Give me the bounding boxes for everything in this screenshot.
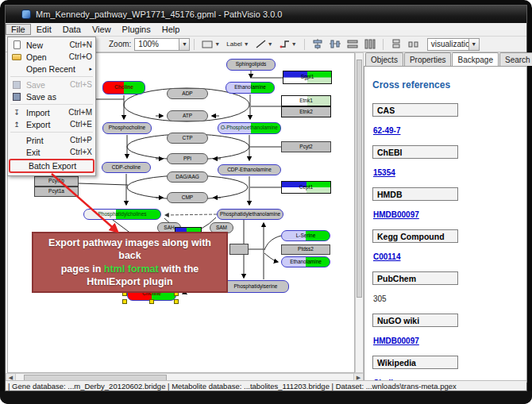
node-cdp-ethanolamine[interactable]: CDP-Ethanolamine bbox=[218, 164, 281, 175]
chevron-down-icon: ▼ bbox=[214, 41, 220, 47]
xref-title-kegg: Kegg Compound bbox=[372, 229, 458, 243]
connector-tool-button[interactable]: ▼ bbox=[276, 38, 300, 50]
submenu-arrow-icon: ▸ bbox=[89, 66, 92, 72]
xref-link-hmdb[interactable]: HMDB00097 bbox=[373, 210, 419, 219]
new-file-icon bbox=[10, 40, 23, 50]
chevron-down-icon[interactable]: ▼ bbox=[179, 39, 189, 50]
node-ethanolamine-bottom[interactable]: Ethanolamine bbox=[281, 256, 330, 267]
line-tool-button[interactable]: ▼ bbox=[253, 38, 276, 50]
node-dag-aag[interactable]: DAG/AAG bbox=[167, 171, 208, 183]
tab-backpage[interactable]: Backpage bbox=[452, 52, 498, 66]
node-unlabeled-gene-box[interactable] bbox=[229, 244, 249, 255]
node-atp[interactable]: ATP bbox=[167, 110, 208, 121]
xref-title-cas: CAS bbox=[372, 103, 458, 117]
align-vertical-center-icon bbox=[312, 39, 323, 49]
node-l-serine[interactable]: L-Serine bbox=[281, 230, 330, 241]
stack-icon bbox=[391, 39, 402, 49]
xref-title-pubchem: PubChem bbox=[372, 271, 458, 285]
chevron-down-icon: ▼ bbox=[291, 41, 297, 47]
selection-handle[interactable] bbox=[174, 299, 179, 304]
node-cept1[interactable]: Cept1 bbox=[281, 181, 331, 194]
menu-file[interactable]: File bbox=[6, 24, 31, 35]
tab-objects[interactable]: Objects bbox=[365, 52, 403, 66]
menu-item-open[interactable]: OpenCtrl+O bbox=[8, 51, 95, 63]
menu-item-batch-export[interactable]: Batch Export bbox=[9, 159, 94, 173]
label-tool-button[interactable]: Label ▼ bbox=[223, 39, 253, 49]
xref-link-cas[interactable]: 62-49-7 bbox=[373, 126, 400, 135]
chevron-down-icon[interactable]: ▼ bbox=[468, 39, 479, 50]
node-ctp[interactable]: CTP bbox=[167, 133, 208, 144]
canvas-vertical-scrollbar[interactable] bbox=[355, 52, 364, 373]
annotation-highlight: html format bbox=[104, 264, 159, 275]
node-ethanolamine-top[interactable]: Ethanolamine bbox=[226, 82, 275, 94]
align-vertical-center-button[interactable] bbox=[309, 37, 326, 51]
node-phosphatidylserine[interactable]: Phosphatidylserine bbox=[222, 280, 289, 293]
common-height-icon bbox=[347, 39, 358, 49]
xref-title-wikipedia: Wikipedia bbox=[372, 356, 458, 369]
node-adp[interactable]: ADP bbox=[167, 88, 208, 99]
zoom-combobox[interactable]: 100% ▼ bbox=[134, 38, 190, 51]
menu-edit[interactable]: Edit bbox=[31, 24, 57, 35]
side-panel-tabs: Objects Properties Backpage Search Legen… bbox=[364, 52, 527, 66]
menu-item-import[interactable]: ↧ImportCtrl+M bbox=[8, 106, 95, 118]
node-ptdss2[interactable]: Ptdss2 bbox=[281, 244, 330, 255]
visualization-combobox[interactable]: visualization ▼ bbox=[427, 38, 480, 51]
visualization-value: visualization bbox=[428, 40, 468, 48]
menu-item-exit[interactable]: ExitCtrl+X bbox=[8, 146, 95, 158]
node-sgpl1[interactable]: Sgpl1 bbox=[283, 71, 332, 84]
xref-link-kegg[interactable]: C00114 bbox=[373, 252, 400, 261]
tab-search[interactable]: Search bbox=[499, 52, 532, 66]
node-etnk1[interactable]: Etnk1 bbox=[281, 95, 331, 106]
menu-plugins[interactable]: Plugins bbox=[117, 24, 156, 35]
node-etnk2[interactable]: Etnk2 bbox=[281, 106, 331, 117]
menu-item-export[interactable]: ↥ExportCtrl+E bbox=[8, 118, 95, 130]
node-ppi[interactable]: PPi bbox=[167, 153, 208, 164]
scrollbar-thumb[interactable] bbox=[357, 60, 362, 298]
node-pcyt1a[interactable]: Pcyt1a bbox=[34, 187, 79, 197]
title-bar[interactable]: Mm_Kennedy_pathway_WP1771_45176.gpml - P… bbox=[6, 6, 526, 23]
menu-item-save-as[interactable]: Save as bbox=[8, 90, 95, 102]
app-icon bbox=[21, 10, 31, 19]
selection-handle[interactable] bbox=[149, 299, 154, 304]
menu-help[interactable]: Help bbox=[156, 24, 186, 35]
node-cdp-choline[interactable]: CDP-choline bbox=[102, 162, 151, 173]
cross-references-heading: Cross references bbox=[372, 79, 519, 90]
xref-title-hmdb: HMDB bbox=[372, 187, 458, 201]
zoom-value: 100% bbox=[135, 40, 179, 48]
xref-link-nugo[interactable]: HMDB00097 bbox=[373, 337, 419, 345]
selection-handle[interactable] bbox=[122, 299, 127, 304]
set-common-width-button[interactable] bbox=[361, 37, 379, 51]
node-cmp[interactable]: CMP bbox=[167, 192, 208, 203]
align-horizontal-center-button[interactable] bbox=[326, 37, 344, 51]
window-shadow-band bbox=[0, 391, 532, 404]
pathvisio-window: Mm_Kennedy_pathway_WP1771_45176.gpml - P… bbox=[5, 5, 527, 391]
screenshot-frame: Mm_Kennedy_pathway_WP1771_45176.gpml - P… bbox=[0, 0, 532, 404]
node-phosphatidylethanolamine[interactable]: Phosphatidylethanolamine bbox=[217, 209, 283, 220]
side-panel: Objects Properties Backpage Search Legen… bbox=[364, 52, 527, 383]
menu-view[interactable]: View bbox=[87, 24, 117, 35]
node-pcyt2[interactable]: Pcyt2 bbox=[281, 141, 331, 152]
annotation-line2-pre: pages in bbox=[61, 264, 104, 275]
node-choline-top[interactable]: Choline bbox=[102, 81, 145, 94]
open-folder-icon bbox=[10, 52, 23, 62]
tab-properties[interactable]: Properties bbox=[404, 52, 452, 66]
menu-bar: File Edit Data View Plugins Help bbox=[6, 23, 526, 37]
gene-tool-button[interactable]: ▼ bbox=[199, 39, 223, 50]
node-sphingolipids[interactable]: Sphingolipids bbox=[226, 59, 276, 71]
xref-link-chebi[interactable]: 15354 bbox=[373, 168, 395, 177]
node-phosphocholine[interactable]: Phosphocholine bbox=[102, 122, 152, 134]
node-phosphatidylcholines[interactable]: Phosphatidylcholines bbox=[83, 209, 161, 220]
node-pcyt1b[interactable]: Pcyt1b bbox=[34, 176, 79, 187]
menu-item-new[interactable]: NewCtrl+N bbox=[8, 39, 95, 51]
menu-item-open-recent[interactable]: Open Recent▸ bbox=[8, 63, 95, 75]
toolbar-separator bbox=[194, 39, 195, 50]
menu-item-print[interactable]: PrintCtrl+P bbox=[8, 134, 95, 146]
node-o-phosphoethanolamine[interactable]: O-Phosphoethanolamine bbox=[218, 122, 281, 134]
menu-data[interactable]: Data bbox=[57, 24, 87, 35]
stack-vertical-button[interactable] bbox=[387, 37, 405, 51]
save-as-disk-icon bbox=[10, 92, 23, 102]
window-title: Mm_Kennedy_pathway_WP1771_45176.gpml - P… bbox=[36, 10, 282, 19]
stack-horizontal-button[interactable] bbox=[405, 37, 422, 51]
set-common-height-button[interactable] bbox=[344, 37, 361, 51]
menu-item-save[interactable]: SaveCtrl+S bbox=[8, 79, 95, 90]
